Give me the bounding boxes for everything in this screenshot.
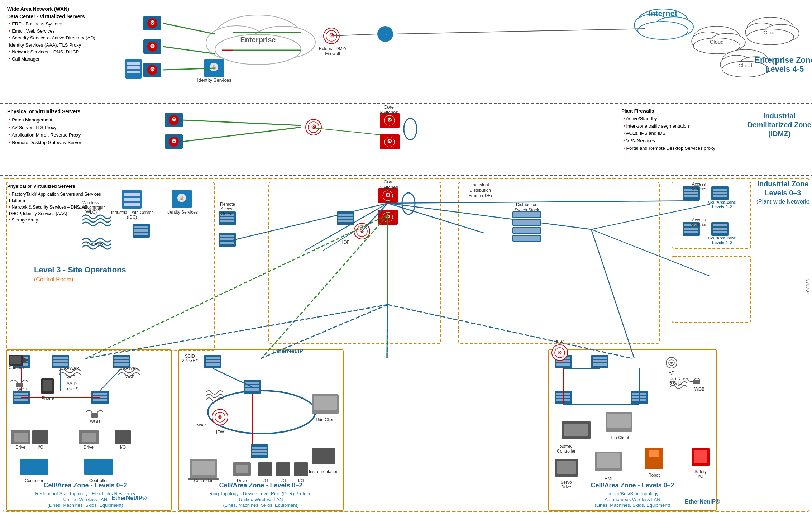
svg-text:⚙: ⚙	[171, 116, 176, 123]
svg-line-119	[591, 229, 710, 276]
svg-rect-148	[206, 360, 220, 362]
svg-rect-230	[694, 450, 707, 463]
svg-text:🔒: 🔒	[179, 195, 185, 200]
dist-switch-stack	[512, 211, 541, 242]
idf-frame-label: Industrial	[472, 182, 489, 187]
instrumentation-label: Instrumentation	[309, 469, 339, 474]
ind-servers-title: Physical or Virtualized Servers	[7, 183, 102, 190]
svg-rect-5	[459, 182, 659, 343]
svg-text:⚙: ⚙	[171, 138, 176, 144]
ies-cell-mid-ifw: ⊗	[212, 409, 228, 425]
svg-text:2.4 GHz: 2.4 GHz	[182, 358, 198, 363]
svg-rect-141	[14, 399, 28, 401]
svg-rect-185	[16, 383, 23, 387]
svg-line-182	[100, 368, 121, 391]
cell-zone-sub2-left: Unified Wireless LAN	[63, 497, 108, 502]
svg-text:⊗: ⊗	[218, 414, 222, 420]
svg-rect-153	[245, 388, 259, 391]
idmz-servers-title: Physical or Virtualized Servers	[7, 108, 81, 115]
plant-fw-title: Plant Firewalls	[621, 108, 715, 115]
external-dmz-label: External DMZ/	[319, 46, 347, 51]
svg-line-59	[394, 29, 645, 34]
cell-zone-sub3-right: (Lines, Machines, Skids, Equipment)	[595, 502, 670, 508]
cell-zone-sub1-right: Linear/Bus/Star Topology	[606, 491, 659, 496]
svg-rect-245	[713, 228, 727, 230]
svg-rect-222	[649, 450, 659, 457]
dist-switch-label: Distribution	[516, 202, 538, 207]
svg-text:⚙: ⚙	[387, 138, 392, 144]
identity-services-mid: 🔒	[172, 190, 192, 208]
wan-list: ERP - Business Systems Email, Web Servic…	[7, 20, 109, 62]
svg-rect-105	[220, 235, 234, 237]
svg-line-114	[86, 215, 388, 358]
svg-text:⚙: ⚙	[150, 20, 155, 26]
wgb-label-3: WGB	[694, 387, 705, 392]
identity-svc-label-top: Identity Services	[197, 77, 231, 83]
svg-text:5 GHz: 5 GHz	[66, 386, 78, 391]
svg-text:(IDC): (IDC)	[127, 215, 137, 220]
svg-text:Levels 0–2: Levels 0–2	[712, 205, 732, 209]
svg-rect-143	[93, 393, 107, 395]
wan-switch-1: ⚙	[143, 16, 161, 30]
svg-rect-233	[684, 192, 698, 194]
fw-item-2: Inter-zone traffic segmentation	[623, 123, 715, 130]
cell-zone-sub3-left: (Lines, Machines, Skids, Equipment)	[48, 502, 123, 508]
cell-zone-title-mid: Cell/Area Zone - Levels 0–2	[219, 482, 302, 489]
svg-rect-191	[32, 430, 48, 444]
svg-text:Core: Core	[384, 179, 394, 185]
controller-label-1: Controller	[25, 478, 43, 483]
idmz-switch-1: ⚙	[165, 113, 183, 127]
svg-rect-152	[245, 385, 259, 387]
wan-item-2: Email, Web Services	[9, 28, 109, 35]
svg-line-112	[388, 203, 591, 229]
svg-rect-42	[127, 66, 140, 69]
svg-line-123	[387, 305, 388, 358]
svg-text:Frame (IDF): Frame (IDF)	[468, 193, 492, 198]
cloud-label-2: Cloud	[763, 29, 777, 35]
cell-zone-sub2-mid: Unified Wireless LAN	[239, 497, 283, 502]
svg-rect-107	[220, 242, 234, 244]
ind-item-2: Network & Security Services – DNS, AD, D…	[9, 204, 102, 217]
drive-label-2: Drive	[83, 445, 94, 450]
svg-rect-257	[338, 217, 353, 219]
idmz-item-1: Patch Management	[9, 116, 81, 124]
main-container: ⚙ ⚙ ⚙ ⊗ ↔	[0, 0, 812, 515]
svg-rect-204	[276, 462, 290, 476]
wan-title-2: Data Center - Virtualized Servers	[7, 13, 109, 20]
fw-item-3: ACLs, IPS and IDS	[623, 130, 715, 137]
access-switches-2: Access	[692, 218, 706, 223]
svg-text:Switch Stack: Switch Stack	[515, 208, 540, 213]
safety-io-label: Safety	[694, 469, 707, 474]
svg-rect-207	[314, 396, 337, 410]
wan-text-block: Wide Area Network (WAN) Data Center - Vi…	[7, 5, 109, 62]
svg-rect-244	[713, 224, 727, 226]
remote-access-label: Remote	[220, 202, 235, 207]
svg-rect-156	[252, 450, 267, 452]
wgb-label-1: WGB	[17, 387, 28, 392]
ethernet-ip-right: EtherNet/IP®	[685, 499, 720, 505]
ies-dist-right-4	[711, 222, 729, 236]
svg-text:Distribution: Distribution	[469, 188, 491, 193]
svg-rect-168	[593, 363, 607, 366]
wan-switch-2: ⚙	[143, 39, 161, 54]
svg-rect-106	[220, 238, 234, 240]
ind-item-1: FactoryTalk® Application Servers and Ser…	[9, 191, 102, 204]
svg-text:⊗: ⊗	[311, 123, 316, 130]
svg-text:⚙: ⚙	[387, 117, 392, 123]
svg-text:⊗: ⊗	[329, 32, 334, 39]
svg-line-111	[388, 203, 484, 233]
fw-item-4: VPN Services	[623, 137, 715, 145]
ssid-5ghz-right: SSID	[670, 376, 680, 381]
svg-text:Switches: Switches	[690, 222, 707, 227]
svg-rect-167	[593, 360, 607, 362]
svg-text:⚙: ⚙	[150, 43, 155, 49]
svg-rect-238	[684, 231, 698, 233]
svg-rect-186	[91, 413, 98, 418]
svg-rect-217	[693, 380, 700, 384]
io-label-2: I/O	[120, 445, 126, 450]
svg-rect-214	[564, 424, 588, 436]
svg-text:Switches: Switches	[379, 110, 398, 115]
svg-rect-7	[672, 256, 751, 323]
wan-switch-3: ⚙	[143, 63, 161, 77]
svg-line-124	[388, 305, 632, 358]
